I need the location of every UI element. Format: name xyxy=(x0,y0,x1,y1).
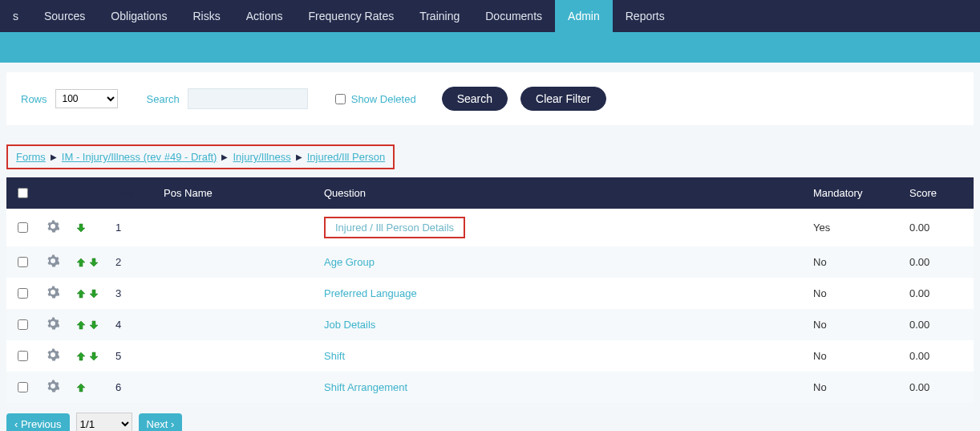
nav-tab-obligations[interactable]: Obligations xyxy=(98,0,180,32)
nav-tab-reports[interactable]: Reports xyxy=(613,0,678,32)
cell-mandatory: No xyxy=(805,278,901,309)
cell-pos: 5 xyxy=(107,340,156,372)
gear-icon[interactable] xyxy=(47,286,59,299)
table-wrap: Pos Pos Name Question Mandatory Score 1I… xyxy=(6,177,974,403)
row-checkbox[interactable] xyxy=(18,257,28,267)
chevron-left-icon: ‹ xyxy=(14,418,21,430)
arrow-up-icon[interactable] xyxy=(75,382,87,393)
chevron-right-icon: › xyxy=(168,418,174,430)
pager: ‹ Previous 1/1 Next › xyxy=(0,403,980,431)
search-button[interactable]: Search xyxy=(442,87,508,111)
nav-tab-frequency-rates[interactable]: Frequency Rates xyxy=(296,0,407,32)
previous-button[interactable]: ‹ Previous xyxy=(6,413,70,432)
cell-posname xyxy=(156,209,316,246)
row-checkbox[interactable] xyxy=(18,351,28,361)
arrow-up-icon[interactable] xyxy=(75,319,87,331)
chevron-right-icon: ▶ xyxy=(296,152,302,161)
header-score: Score xyxy=(901,177,974,209)
question-link[interactable]: Job Details xyxy=(324,319,375,331)
breadcrumb-link[interactable]: Injury/Illness xyxy=(233,151,290,163)
breadcrumb: Forms▶IM - Injury/Illness (rev #49 - Dra… xyxy=(6,144,395,169)
breadcrumb-link[interactable]: IM - Injury/Illness (rev #49 - Draft) xyxy=(62,151,217,163)
cell-score: 0.00 xyxy=(901,246,974,278)
cell-score: 0.00 xyxy=(901,209,974,246)
cell-score: 0.00 xyxy=(901,340,974,372)
sub-bar xyxy=(0,32,980,63)
nav-tab-admin[interactable]: Admin xyxy=(555,0,613,32)
question-link[interactable]: Preferred Language xyxy=(324,287,417,299)
nav-tab-documents[interactable]: Documents xyxy=(472,0,555,32)
next-button[interactable]: Next › xyxy=(139,413,183,432)
cell-pos: 6 xyxy=(107,372,156,403)
clear-filter-button[interactable]: Clear Filter xyxy=(520,87,605,111)
cell-posname xyxy=(156,278,316,309)
breadcrumb-link[interactable]: Injured/Ill Person xyxy=(307,151,386,163)
cell-pos: 4 xyxy=(107,309,156,340)
arrow-up-icon[interactable] xyxy=(75,351,87,362)
top-nav: sSourcesObligationsRisksActionsFrequency… xyxy=(0,0,980,32)
header-mandatory: Mandatory xyxy=(805,177,901,209)
header-pos: Pos xyxy=(107,177,156,209)
row-checkbox[interactable] xyxy=(18,319,28,330)
header-posname: Pos Name xyxy=(156,177,316,209)
rows-select[interactable]: 100 xyxy=(55,89,118,108)
breadcrumb-wrap: Forms▶IM - Injury/Illness (rev #49 - Dra… xyxy=(6,144,974,169)
rows-label: Rows xyxy=(21,93,47,105)
question-link[interactable]: Shift Arrangement xyxy=(324,381,407,393)
gear-icon[interactable] xyxy=(47,220,59,233)
show-deleted-label: Show Deleted xyxy=(351,93,416,105)
gear-icon[interactable] xyxy=(47,380,59,392)
row-checkbox[interactable] xyxy=(18,288,28,299)
table-row: 2Age GroupNo0.00 xyxy=(6,246,974,278)
gear-icon[interactable] xyxy=(47,254,59,267)
select-all-checkbox[interactable] xyxy=(18,188,28,198)
question-link[interactable]: Shift xyxy=(324,350,345,362)
row-checkbox[interactable] xyxy=(18,222,28,233)
arrow-down-icon[interactable] xyxy=(75,222,87,234)
cell-mandatory: No xyxy=(805,372,901,403)
cell-score: 0.00 xyxy=(901,278,974,309)
table-row: 4Job DetailsNo0.00 xyxy=(6,309,974,340)
questions-table: Pos Pos Name Question Mandatory Score 1I… xyxy=(6,177,974,403)
table-row: 3Preferred LanguageNo0.00 xyxy=(6,278,974,309)
nav-tab-risks[interactable]: Risks xyxy=(180,0,233,32)
table-row: 5ShiftNo0.00 xyxy=(6,340,974,372)
gear-icon[interactable] xyxy=(47,348,59,361)
table-row: 6Shift ArrangementNo0.00 xyxy=(6,372,974,403)
cell-pos: 2 xyxy=(107,246,156,278)
cell-score: 0.00 xyxy=(901,309,974,340)
arrow-down-icon[interactable] xyxy=(88,288,99,299)
filter-panel: Rows 100 Search Show Deleted Search Clea… xyxy=(6,72,974,125)
question-link[interactable]: Age Group xyxy=(324,256,375,268)
gear-icon[interactable] xyxy=(47,317,59,330)
cell-pos: 1 xyxy=(107,209,156,246)
question-link[interactable]: Injured / Ill Person Details xyxy=(324,217,465,238)
cell-posname xyxy=(156,340,316,372)
cell-mandatory: Yes xyxy=(805,209,901,246)
cell-mandatory: No xyxy=(805,340,901,372)
table-row: 1Injured / Ill Person DetailsYes0.00 xyxy=(6,209,974,246)
chevron-right-icon: ▶ xyxy=(221,152,228,161)
nav-tab-s[interactable]: s xyxy=(0,0,31,32)
arrow-up-icon[interactable] xyxy=(75,288,87,299)
nav-tab-actions[interactable]: Actions xyxy=(233,0,296,32)
show-deleted-checkbox[interactable] xyxy=(335,94,346,104)
cell-posname xyxy=(156,309,316,340)
arrow-down-icon[interactable] xyxy=(88,319,99,331)
page-select[interactable]: 1/1 xyxy=(76,413,132,431)
cell-posname xyxy=(156,372,316,403)
cell-mandatory: No xyxy=(805,246,901,278)
search-input[interactable] xyxy=(188,88,308,109)
nav-tab-training[interactable]: Training xyxy=(407,0,472,32)
cell-posname xyxy=(156,246,316,278)
arrow-up-icon[interactable] xyxy=(75,257,87,268)
header-question: Question xyxy=(316,177,805,209)
breadcrumb-link[interactable]: Forms xyxy=(16,151,46,163)
arrow-down-icon[interactable] xyxy=(88,351,99,362)
arrow-down-icon[interactable] xyxy=(88,257,99,268)
chevron-right-icon: ▶ xyxy=(51,152,57,161)
row-checkbox[interactable] xyxy=(18,382,28,392)
nav-tab-sources[interactable]: Sources xyxy=(31,0,98,32)
cell-pos: 3 xyxy=(107,278,156,309)
cell-score: 0.00 xyxy=(901,372,974,403)
